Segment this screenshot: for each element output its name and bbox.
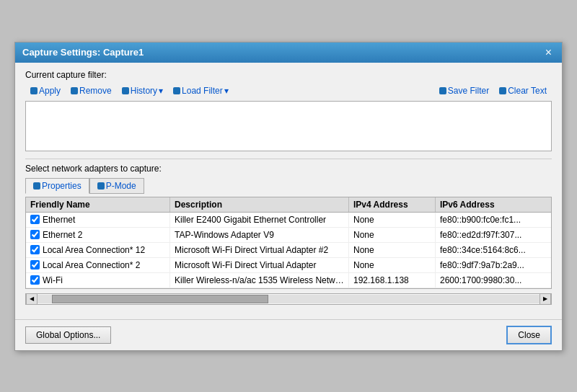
table-body: EthernetKiller E2400 Gigabit Ethernet Co… [26, 213, 551, 288]
filter-input[interactable] [29, 103, 548, 149]
cell-friendly-name-1: Ethernet 2 [26, 228, 170, 242]
save-filter-icon [439, 87, 446, 94]
properties-tab-icon [33, 182, 40, 190]
col-friendly-name: Friendly Name [26, 197, 170, 212]
scroll-right-arrow[interactable]: ▶ [539, 293, 551, 305]
adapter-checkbox-4[interactable] [30, 275, 40, 285]
divider [25, 159, 552, 159]
cell-ipv4-4: 192.168.1.138 [349, 273, 436, 288]
apply-icon [30, 87, 38, 94]
table-row: Local Area Connection* 2Microsoft Wi-Fi … [26, 258, 551, 273]
history-icon [122, 87, 129, 94]
filter-section-label: Current capture filter: [25, 70, 552, 80]
table-row: EthernetKiller E2400 Gigabit Ethernet Co… [26, 213, 551, 228]
cell-ipv6-1: fe80::ed2d:f97f:307... [436, 228, 551, 242]
cell-ipv4-0: None [349, 213, 436, 227]
title-bar: Capture Settings: Capture1 × [15, 43, 562, 63]
col-ipv6: IPv6 Address [436, 197, 551, 212]
adapter-checkbox-3[interactable] [30, 260, 40, 270]
adapter-tabs: Properties P-Mode [25, 178, 552, 194]
filter-toolbar: Apply Remove History ▾ Load Filter ▾ [25, 84, 552, 98]
clear-text-button[interactable]: Clear Text [494, 84, 552, 98]
filter-input-area[interactable] [25, 101, 552, 151]
cell-description-4: Killer Wireless-n/a/ac 1535 Wireless Net… [170, 273, 349, 288]
col-ipv4: IPv4 Address [349, 197, 436, 212]
horizontal-scrollbar[interactable]: ◀ ▶ [25, 293, 552, 305]
global-options-button[interactable]: Global Options... [25, 326, 111, 344]
remove-button[interactable]: Remove [66, 84, 117, 98]
adapter-section-label: Select network adapters to capture: [25, 164, 552, 174]
cell-ipv4-3: None [349, 258, 436, 272]
adapter-section: Select network adapters to capture: Prop… [25, 164, 552, 305]
cell-ipv6-3: fe80::9df7:9a7b:2a9... [436, 258, 551, 272]
close-icon[interactable]: × [542, 47, 555, 58]
filter-section: Current capture filter: Apply Remove His… [25, 70, 552, 151]
toolbar-right: Save Filter Clear Text [434, 84, 552, 98]
close-button[interactable]: Close [506, 326, 552, 344]
cell-ipv4-2: None [349, 243, 436, 257]
adapter-checkbox-2[interactable] [30, 245, 40, 254]
dialog-footer: Global Options... Close [15, 319, 562, 350]
tab-properties[interactable]: Properties [25, 178, 89, 194]
clear-text-icon [499, 87, 506, 94]
dialog-body: Current capture filter: Apply Remove His… [15, 63, 562, 319]
apply-button[interactable]: Apply [25, 84, 66, 98]
cell-description-1: TAP-Windows Adapter V9 [170, 228, 349, 242]
scroll-track[interactable] [38, 295, 539, 303]
history-button[interactable]: History ▾ [117, 84, 168, 98]
tab-pmode[interactable]: P-Mode [89, 178, 144, 194]
cell-ipv6-2: fe80::34ce:5164:8c6... [436, 243, 551, 257]
cell-description-3: Microsoft Wi-Fi Direct Virtual Adapter [170, 258, 349, 272]
cell-ipv4-1: None [349, 228, 436, 242]
cell-friendly-name-3: Local Area Connection* 2 [26, 258, 170, 272]
col-description: Description [170, 197, 349, 212]
cell-ipv6-0: fe80::b900:fc0e:fc1... [436, 213, 551, 227]
adapter-table: Friendly Name Description IPv4 Address I… [25, 197, 552, 289]
capture-settings-dialog: Capture Settings: Capture1 × Current cap… [14, 42, 563, 351]
cell-ipv6-4: 2600:1700:9980:30... [436, 273, 551, 288]
remove-icon [71, 87, 78, 94]
table-header: Friendly Name Description IPv4 Address I… [26, 197, 551, 213]
scroll-thumb[interactable] [52, 295, 268, 303]
dialog-title: Capture Settings: Capture1 [22, 47, 144, 58]
save-filter-button[interactable]: Save Filter [434, 84, 494, 98]
load-filter-icon [173, 87, 180, 94]
table-row: Wi-FiKiller Wireless-n/a/ac 1535 Wireles… [26, 273, 551, 288]
table-row: Ethernet 2TAP-Windows Adapter V9Nonefe80… [26, 228, 551, 243]
adapter-checkbox-0[interactable] [30, 215, 40, 224]
adapter-checkbox-1[interactable] [30, 230, 40, 239]
load-filter-button[interactable]: Load Filter ▾ [168, 84, 234, 98]
cell-description-0: Killer E2400 Gigabit Ethernet Controller [170, 213, 349, 227]
table-row: Local Area Connection* 12Microsoft Wi-Fi… [26, 243, 551, 258]
cell-description-2: Microsoft Wi-Fi Direct Virtual Adapter #… [170, 243, 349, 257]
cell-friendly-name-4: Wi-Fi [26, 273, 170, 288]
pmode-tab-icon [97, 182, 105, 190]
scroll-left-arrow[interactable]: ◀ [26, 293, 38, 305]
cell-friendly-name-0: Ethernet [26, 213, 170, 227]
cell-friendly-name-2: Local Area Connection* 12 [26, 243, 170, 257]
